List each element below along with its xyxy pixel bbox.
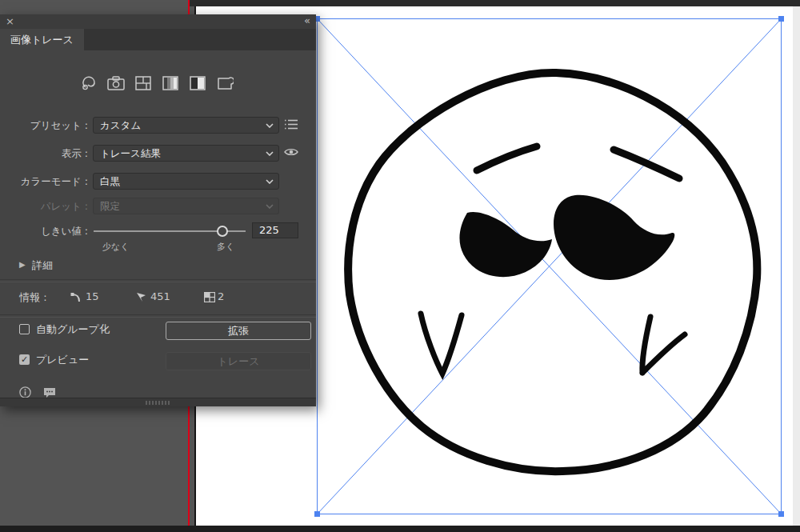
view-row: 表示 : トレース結果 bbox=[0, 145, 316, 162]
palette-row: パレット : 限定 bbox=[0, 198, 316, 214]
close-icon[interactable]: × bbox=[6, 14, 14, 29]
feedback-bubble-icon[interactable] bbox=[43, 387, 56, 398]
chevron-down-icon bbox=[266, 204, 274, 209]
threshold-slider-knob[interactable] bbox=[217, 226, 228, 237]
panel-resize-strip[interactable] bbox=[0, 398, 316, 406]
outline-icon[interactable] bbox=[216, 74, 234, 92]
right-eye bbox=[614, 150, 679, 178]
window-bottom-bar bbox=[0, 526, 800, 532]
right-cheek-mark bbox=[642, 317, 685, 373]
chevron-down-icon bbox=[266, 151, 274, 156]
color-mode-row: カラーモード : 白黒 bbox=[0, 173, 316, 190]
color-count: 2 bbox=[218, 290, 224, 302]
image-trace-panel: × « 画像トレース bbox=[0, 14, 316, 406]
low-color-icon[interactable] bbox=[134, 74, 152, 92]
chevron-down-icon bbox=[266, 123, 274, 128]
anchor-count: 451 bbox=[150, 290, 170, 302]
path-count: 15 bbox=[86, 290, 99, 302]
face-outline bbox=[348, 73, 757, 471]
preset-menu-icon[interactable] bbox=[284, 118, 298, 130]
preset-row: プリセット : カスタム bbox=[0, 117, 316, 134]
left-eye bbox=[477, 146, 537, 170]
selection-bounding-box[interactable] bbox=[318, 19, 782, 514]
panel-tab-row: 画像トレース bbox=[0, 29, 316, 50]
preset-icon-row bbox=[80, 74, 234, 92]
high-color-camera-icon[interactable] bbox=[107, 74, 125, 92]
left-cheek-mark bbox=[421, 314, 462, 374]
info-row: 情報 : 15 451 2 bbox=[0, 290, 316, 307]
eye-icon[interactable] bbox=[284, 146, 298, 158]
auto-group-label: 自動グループ化 bbox=[36, 322, 110, 337]
anchor-count-icon bbox=[136, 292, 146, 302]
preview-checkbox[interactable]: ✓ bbox=[19, 354, 30, 365]
info-circle-icon[interactable] bbox=[19, 386, 31, 398]
threshold-max-label: 多く bbox=[217, 241, 234, 253]
advanced-label: 詳細 bbox=[32, 258, 53, 273]
trace-button[interactable]: トレース bbox=[166, 352, 311, 370]
view-label: 表示 : bbox=[0, 147, 88, 161]
palette-label: パレット : bbox=[0, 200, 88, 214]
color-mode-dropdown[interactable]: 白黒 bbox=[93, 173, 279, 190]
panel-body: プリセット : カスタム 表示 : トレース結果 カラーモード : 白黒 bbox=[0, 50, 316, 398]
preview-row: ✓ プレビュー トレース bbox=[0, 353, 316, 372]
grayscale-icon[interactable] bbox=[162, 74, 179, 92]
color-mode-label: カラーモード : bbox=[0, 175, 88, 189]
view-dropdown[interactable]: トレース結果 bbox=[93, 145, 279, 162]
divider bbox=[0, 314, 316, 318]
expand-button[interactable]: 拡張 bbox=[166, 322, 311, 340]
threshold-row: しきい値 : 225 少なく 多く bbox=[0, 223, 316, 240]
traced-artwork[interactable] bbox=[348, 73, 757, 471]
threshold-value-input[interactable]: 225 bbox=[252, 222, 298, 238]
threshold-label: しきい値 : bbox=[0, 225, 88, 238]
threshold-min-label: 少なく bbox=[102, 241, 130, 253]
tab-image-trace[interactable]: 画像トレース bbox=[0, 29, 84, 50]
panel-titlebar[interactable]: × « bbox=[0, 14, 316, 29]
preset-label: プリセット : bbox=[0, 119, 88, 133]
info-label: 情報 : bbox=[19, 290, 47, 305]
collapse-panel-icon[interactable]: « bbox=[304, 14, 310, 28]
auto-group-row: 自動グループ化 拡張 bbox=[0, 322, 316, 342]
disclosure-triangle-icon[interactable]: ▶ bbox=[19, 260, 26, 269]
auto-color-icon[interactable] bbox=[80, 74, 98, 92]
color-count-icon bbox=[204, 292, 215, 302]
preset-dropdown[interactable]: カスタム bbox=[93, 117, 279, 134]
divider bbox=[0, 279, 316, 282]
advanced-row[interactable]: ▶ 詳細 bbox=[0, 260, 316, 277]
black-and-white-icon[interactable] bbox=[189, 74, 206, 92]
resize-grip-icon bbox=[146, 401, 171, 405]
preview-label: プレビュー bbox=[36, 353, 89, 367]
path-count-icon bbox=[70, 292, 82, 303]
palette-dropdown: 限定 bbox=[93, 198, 279, 214]
mustache bbox=[459, 195, 674, 280]
chevron-down-icon bbox=[266, 179, 274, 184]
auto-group-checkbox[interactable] bbox=[19, 324, 30, 334]
